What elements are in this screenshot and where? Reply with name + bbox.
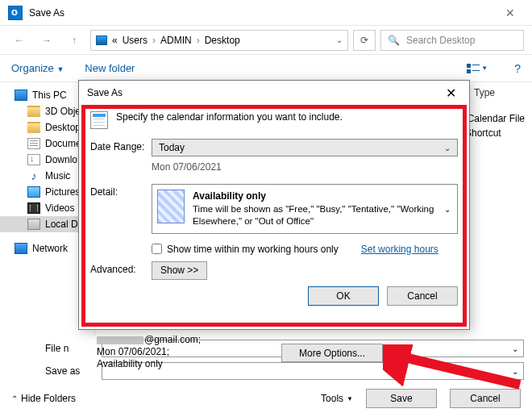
chevron-down-icon[interactable]: ⌄ [336, 35, 343, 44]
new-folder-button[interactable]: New folder [85, 62, 135, 74]
forward-button[interactable]: → [35, 30, 58, 51]
save-as-dialog: Save As ✕ Specify the calendar informati… [78, 80, 470, 330]
organize-menu[interactable]: Organize ▼ [11, 62, 64, 74]
daterange-label: Date Range: [90, 139, 152, 152]
dialog-title: Save As [87, 87, 123, 98]
calendar-icon [90, 111, 108, 129]
window-close-button[interactable]: × [496, 6, 524, 20]
tools-menu[interactable]: Tools ▼ [321, 393, 353, 404]
daterange-select[interactable]: Today ⌄ [152, 139, 458, 156]
window-title: Save As [29, 7, 64, 19]
hide-folders-button[interactable]: ⌃Hide Folders [11, 393, 76, 404]
chevron-right-icon: › [197, 35, 200, 46]
search-placeholder: Search Desktop [406, 35, 475, 46]
save-button[interactable]: Save [366, 389, 437, 408]
availability-thumbnail [157, 190, 185, 223]
address-bar[interactable]: « Users › ADMIN › Desktop ⌄ [90, 30, 348, 51]
detail-label: Detail: [90, 184, 152, 198]
svg-rect-2 [467, 69, 471, 73]
chevron-up-icon: ⌃ [11, 394, 18, 403]
pc-icon [96, 35, 107, 45]
dialog-close-button[interactable]: ✕ [441, 85, 461, 101]
chevron-down-icon[interactable]: ⌄ [512, 344, 518, 353]
svg-rect-0 [467, 64, 471, 68]
file-type-cell: iCalendar File [465, 113, 525, 124]
working-hours-checkbox[interactable]: Show time within my working hours only [152, 244, 339, 255]
file-type-cell: Shortcut [465, 127, 501, 139]
calendar-preview-text: @gmail.com; Mon 07/06/2021; Availability… [97, 334, 201, 370]
dialog-intro-text: Specify the calendar information you wan… [116, 111, 343, 123]
chevron-down-icon[interactable]: ⌄ [512, 367, 518, 376]
outlook-icon [8, 6, 23, 20]
folder-icon [27, 122, 40, 133]
daterange-subtext: Mon 07/06/2021 [152, 161, 458, 173]
redacted-text [97, 336, 143, 344]
refresh-button[interactable]: ⟳ [353, 30, 376, 51]
chevron-down-icon: ⌄ [444, 144, 451, 152]
downloads-icon [27, 154, 40, 165]
up-button[interactable]: ↑ [63, 30, 85, 51]
breadcrumb-item[interactable]: ADMIN [160, 35, 192, 46]
chevron-down-icon: ▼ [56, 65, 64, 73]
filename-label: File n [45, 343, 94, 354]
detail-description: Time will be shown as "Free," "Busy," "T… [193, 204, 434, 227]
search-input[interactable]: 🔍 Search Desktop [380, 30, 524, 51]
ok-button[interactable]: OK [308, 286, 379, 306]
more-options-button[interactable]: More Options... [281, 344, 383, 362]
set-working-hours-link[interactable]: Set working hours [361, 244, 438, 255]
documents-icon [27, 138, 40, 149]
checkbox-input[interactable] [152, 244, 162, 254]
detail-title: Availability only [193, 190, 266, 202]
breadcrumb-item[interactable]: Users [123, 35, 148, 46]
dialog-cancel-button[interactable]: Cancel [387, 286, 458, 306]
saveastype-label: Save as [45, 365, 94, 377]
view-icon [467, 64, 480, 73]
search-icon: 🔍 [388, 35, 400, 46]
svg-rect-3 [472, 70, 480, 71]
cancel-button[interactable]: Cancel [450, 389, 521, 408]
disk-icon [27, 219, 40, 230]
svg-rect-1 [472, 65, 480, 65]
show-advanced-button[interactable]: Show >> [152, 261, 207, 280]
breadcrumb-prefix: « [112, 35, 118, 46]
music-icon: ♪ [27, 170, 40, 181]
videos-icon [27, 202, 40, 214]
chevron-down-icon: ▼ [347, 395, 353, 402]
network-icon [15, 243, 27, 254]
back-button[interactable]: ← [8, 30, 31, 51]
advanced-label: Advanced: [90, 261, 152, 275]
pc-icon [15, 90, 27, 101]
pictures-icon [27, 186, 40, 198]
folder-icon [27, 106, 40, 117]
breadcrumb-item[interactable]: Desktop [205, 35, 240, 46]
view-options-button[interactable]: ▼ [461, 60, 493, 77]
chevron-down-icon: ⌄ [444, 204, 451, 213]
chevron-down-icon: ▼ [481, 65, 488, 72]
chevron-right-icon: › [152, 35, 156, 46]
detail-select[interactable]: Availability only Time will be shown as … [152, 184, 458, 234]
help-button[interactable]: ? [514, 62, 521, 75]
